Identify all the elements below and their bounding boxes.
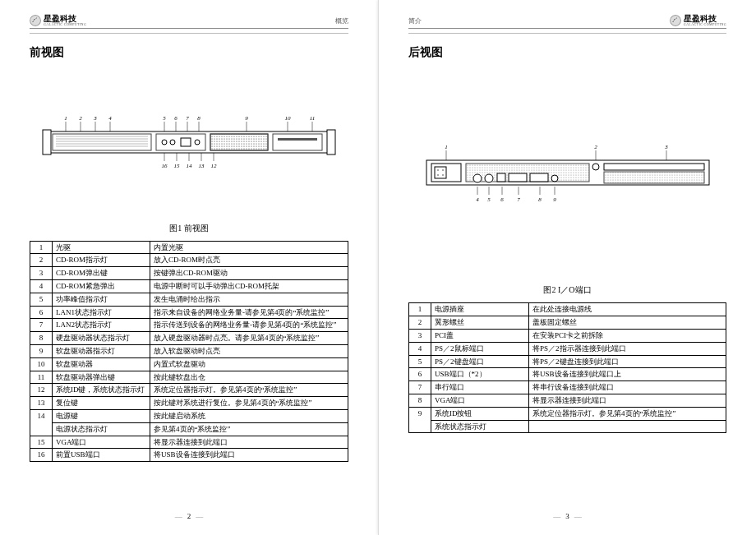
svg-rect-45 <box>466 164 589 182</box>
callout-number: 3 <box>664 144 668 150</box>
svg-rect-53 <box>604 164 704 170</box>
row-index: 13 <box>30 397 53 410</box>
callout-number: 6 <box>500 196 504 203</box>
row-index: 5 <box>30 293 53 306</box>
svg-point-52 <box>592 164 599 170</box>
svg-rect-48 <box>497 173 505 182</box>
row-name: USB端口（*2） <box>431 368 529 381</box>
table-row: 3CD-ROM弹出键按键弹出CD-ROM驱动 <box>30 267 348 280</box>
row-index: 1 <box>409 303 431 316</box>
row-desc <box>529 420 726 433</box>
front-view-caption: 图1 前视图 <box>30 223 348 234</box>
svg-rect-40 <box>435 167 446 178</box>
front-view-figure: 1234567891011 1 <box>39 112 339 173</box>
callout-number: 8 <box>197 115 201 122</box>
page-header: 星盈科技 GALACTIC COMPUTING 概览 <box>30 15 348 29</box>
table-row: 8硬盘驱动器状态指示灯放入硬盘驱动器时点亮。请参见第4页的“系统监控” <box>30 332 348 345</box>
row-desc: 指示来自设备的网络业务量-请参见第4页的“系统监控” <box>150 306 348 319</box>
table-row: 12系统ID键，系统状态指示灯系统定位器指示灯。参见第4页的“系统监控” <box>30 384 348 397</box>
table-row: 1电源插座在此处连接电源线 <box>409 303 726 316</box>
header-section-label: 简介 <box>408 16 422 25</box>
table-row: 5PS／2键盘端口将PS／2键盘连接到此端口 <box>409 355 726 368</box>
callout-number: 14 <box>187 163 193 169</box>
row-index: 12 <box>30 384 53 397</box>
row-name: 翼形螺丝 <box>431 316 529 330</box>
rear-view-title: 后视图 <box>408 45 726 60</box>
callout-number: 1 <box>445 144 448 150</box>
row-name: PCI盖 <box>431 329 529 342</box>
row-index: 14 <box>30 409 53 436</box>
row-index: 3 <box>409 329 431 342</box>
row-name: 软盘驱动器 <box>53 357 150 371</box>
callout-number: 11 <box>310 115 315 122</box>
row-desc: 电源中断时可以手动弹出CD-ROM托架 <box>150 280 348 293</box>
callout-number: 7 <box>517 196 520 203</box>
row-desc: 内置光驱 <box>150 241 348 254</box>
table-row: 3PCI盖在安装PCI卡之前拆除 <box>409 329 726 342</box>
row-name: 复位键 <box>53 397 150 410</box>
table-row: 7LAN2状态指示灯指示传送到设备的网络业务量-请参见第4页的“系统监控” <box>30 319 348 332</box>
page-number: 3 <box>408 507 726 520</box>
table-row: 6LAN1状态指示灯指示来自设备的网络业务量-请参见第4页的“系统监控” <box>30 306 348 319</box>
row-index: 5 <box>409 355 431 368</box>
row-name: LAN2状态指示灯 <box>53 319 150 332</box>
table-row: 系统状态指示灯 <box>409 420 726 433</box>
rear-view-caption: 图2 I／O端口 <box>408 284 726 296</box>
callout-number: 16 <box>162 163 168 169</box>
callout-number: 9 <box>553 196 556 203</box>
row-desc: 系统定位器指示灯。参见第4页的“系统监控” <box>150 384 348 397</box>
row-index: 4 <box>30 280 53 293</box>
row-name: LAN1状态指示灯 <box>53 306 150 319</box>
page-spread: 星盈科技 GALACTIC COMPUTING 概览 前视图 123456789… <box>0 0 756 535</box>
callout-number: 3 <box>93 115 97 122</box>
row-desc: 在此处连接电源线 <box>529 303 726 316</box>
row-name: 功率峰值指示灯 <box>53 293 150 306</box>
row-index: 16 <box>30 449 53 462</box>
table-row: 4PS／2鼠标端口将PS／2指示器连接到此端口 <box>409 342 726 355</box>
table-row: 7串行端口将串行设备连接到此端口 <box>409 381 726 394</box>
row-name: VGA端口 <box>53 436 150 449</box>
row-index: 8 <box>30 332 53 345</box>
row-name: 系统ID键，系统状态指示灯 <box>53 384 150 397</box>
callout-number: 5 <box>163 115 166 122</box>
row-name: 电源键 <box>53 409 150 422</box>
svg-point-24 <box>195 140 200 145</box>
left-page: 星盈科技 GALACTIC COMPUTING 概览 前视图 123456789… <box>0 0 378 535</box>
row-index: 10 <box>30 357 53 371</box>
row-name: 前置USB端口 <box>53 449 150 462</box>
table-row: 11软盘驱动器弹出键按此键软盘出仓 <box>30 371 348 384</box>
svg-rect-27 <box>210 134 268 150</box>
svg-point-41 <box>437 169 439 171</box>
row-name: 软盘驱动器指示灯 <box>53 345 150 358</box>
table-row: 1光驱内置光驱 <box>30 241 348 254</box>
row-index: 2 <box>30 254 53 267</box>
row-desc: 参见第4页的“系统监控” <box>150 422 348 436</box>
table-row: 5功率峰值指示灯发生电涌时给出指示 <box>30 293 348 306</box>
rear-view-table: 1电源插座在此处连接电源线2翼形螺丝盖板固定螺丝3PCI盖在安装PCI卡之前拆除… <box>408 302 726 433</box>
row-desc: 将USB设备连接到此端口上 <box>529 368 726 381</box>
row-index: 15 <box>30 436 53 449</box>
svg-rect-23 <box>181 138 191 146</box>
svg-point-43 <box>437 174 439 176</box>
callout-number: 9 <box>245 115 248 122</box>
callout-number: 13 <box>199 163 205 169</box>
row-index: 6 <box>409 368 431 381</box>
row-index: 8 <box>409 394 431 407</box>
page-number: 2 <box>30 507 348 520</box>
brand-name-en: GALACTIC COMPUTING <box>44 23 86 26</box>
row-index: 6 <box>30 306 53 319</box>
brand-logo: 星盈科技 GALACTIC COMPUTING <box>30 15 86 26</box>
row-index: 9 <box>409 407 431 433</box>
svg-rect-29 <box>278 138 317 141</box>
table-row: 15VGA端口将显示器连接到此端口 <box>30 436 348 449</box>
callout-number: 15 <box>174 163 181 169</box>
row-desc: 系统定位器指示灯。参见第4页的“系统监控” <box>529 407 726 420</box>
rear-view-figure: 123 456789 <box>418 141 717 206</box>
brand-name-en: GALACTIC COMPUTING <box>684 23 726 26</box>
row-desc: 将USB设备连接到此端口 <box>150 449 348 462</box>
svg-point-42 <box>442 169 444 171</box>
row-name: PS／2键盘端口 <box>431 355 529 368</box>
row-desc: 将PS／2键盘连接到此端口 <box>529 355 726 368</box>
row-desc: 按此键软盘出仓 <box>150 371 348 384</box>
row-index: 11 <box>30 371 53 384</box>
